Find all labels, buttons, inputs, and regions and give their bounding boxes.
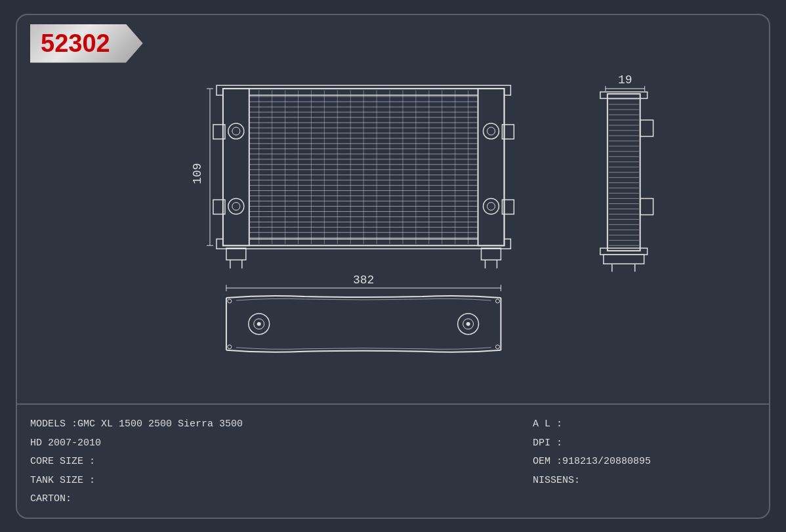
info-right: A L : DPI : OEM :918213/20880895 NISSENS…	[533, 415, 756, 509]
drawing-area: 109	[17, 15, 769, 404]
width-dimension: 382	[353, 274, 374, 287]
main-container: 52302 109	[16, 14, 770, 519]
title-tag: 52302	[30, 24, 143, 63]
svg-rect-55	[223, 89, 249, 245]
dpi: DPI :	[533, 434, 756, 453]
svg-point-129	[228, 344, 232, 348]
al: A L :	[533, 415, 756, 434]
part-number: 52302	[41, 30, 110, 57]
svg-rect-72	[482, 248, 501, 260]
height-dimension: 109	[191, 163, 204, 184]
svg-rect-112	[640, 198, 653, 215]
svg-point-126	[466, 321, 470, 325]
svg-point-128	[495, 298, 499, 302]
core-label: CORE SIZE :	[30, 456, 95, 467]
depth-dimension: 19	[618, 73, 632, 87]
svg-point-130	[495, 344, 499, 348]
tank-label: TANK SIZE :	[30, 475, 95, 486]
svg-point-127	[228, 298, 232, 302]
svg-point-123	[257, 321, 261, 325]
carton: CARTON:	[30, 490, 533, 509]
nissens: NISSENS:	[533, 472, 756, 491]
info-panel: MODELS :GMC XL 1500 2500 Sierra 3500 HD …	[17, 403, 769, 520]
oem: OEM :918213/20880895	[533, 453, 756, 472]
models-line1: MODELS :GMC XL 1500 2500 Sierra 3500	[30, 415, 533, 434]
info-left: MODELS :GMC XL 1500 2500 Sierra 3500 HD …	[30, 415, 533, 509]
models-line2: HD 2007-2010	[30, 434, 533, 453]
svg-rect-69	[226, 248, 246, 260]
core-size: CORE SIZE :	[30, 453, 533, 472]
svg-rect-113	[604, 255, 644, 264]
technical-drawing: 109	[24, 22, 762, 398]
svg-rect-111	[640, 119, 653, 136]
tank-size: TANK SIZE :	[30, 472, 533, 491]
svg-rect-62	[478, 89, 505, 245]
